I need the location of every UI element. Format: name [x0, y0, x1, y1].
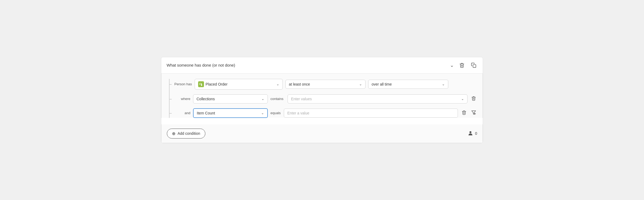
delete-and-row-button[interactable]	[461, 109, 468, 117]
time-select[interactable]: over all time ⌄	[368, 80, 448, 89]
person-icon	[468, 130, 473, 137]
frequency-select[interactable]: at least once ⌄	[285, 80, 366, 89]
action-chevron-icon: ⌄	[276, 82, 279, 86]
user-count-badge: 0	[468, 130, 477, 137]
person-has-label: Person has	[174, 82, 192, 86]
condition-card: What someone has done (or not done) ⌄	[161, 57, 483, 143]
add-condition-icon: ⊕	[172, 131, 175, 136]
frequency-chevron-icon: ⌄	[359, 82, 362, 86]
duplicate-card-button[interactable]	[470, 61, 477, 69]
action-select[interactable]: Placed Order ⌄	[195, 79, 283, 90]
svg-rect-0	[473, 64, 476, 67]
equals-label: equals	[270, 111, 281, 115]
svg-point-3	[470, 131, 472, 133]
header-left: What someone has done (or not done) ⌄	[167, 62, 458, 68]
add-condition-label: Add condition	[178, 131, 200, 136]
and-row: and Item Count ⌄ equals Enter a value	[167, 108, 477, 118]
frequency-select-value: at least once	[289, 82, 310, 86]
collections-value-input[interactable]: Enter values ⌄	[288, 94, 468, 103]
and-label: and	[174, 111, 190, 115]
header-title: What someone has done (or not done)	[167, 63, 450, 67]
footer-row: ⊕ Add condition 0	[161, 124, 483, 143]
shopify-icon	[198, 81, 204, 87]
collections-chevron-icon: ⌄	[261, 97, 264, 101]
time-select-value: over all time	[372, 82, 392, 86]
collections-value-placeholder: Enter values	[291, 97, 312, 101]
body-section: Person has Placed Order ⌄ at least once	[161, 74, 483, 118]
filter-button[interactable]	[470, 109, 477, 117]
item-count-value-input[interactable]: Enter a value	[284, 109, 458, 118]
user-count-value: 0	[475, 131, 477, 136]
header-bar: What someone has done (or not done) ⌄	[161, 57, 483, 74]
where-row: where Collections ⌄ contains Enter value…	[167, 94, 477, 103]
action-select-value: Placed Order	[206, 82, 227, 86]
delete-where-row-button[interactable]	[470, 95, 477, 103]
item-count-value-placeholder: Enter a value	[287, 111, 309, 115]
contains-label: contains	[270, 97, 285, 101]
time-chevron-icon: ⌄	[442, 82, 445, 86]
delete-card-button[interactable]	[458, 61, 466, 69]
item-count-select-value: Item Count	[197, 111, 215, 115]
add-condition-button[interactable]: ⊕ Add condition	[167, 129, 205, 139]
collections-input-chevron-icon: ⌄	[461, 97, 464, 101]
header-chevron-icon[interactable]: ⌄	[450, 62, 454, 68]
collections-select-value: Collections	[197, 97, 215, 101]
where-label: where	[174, 97, 190, 101]
header-actions	[458, 61, 477, 69]
item-count-select[interactable]: Item Count ⌄	[193, 108, 268, 118]
conditions-wrapper: Person has Placed Order ⌄ at least once	[167, 79, 477, 118]
collections-select[interactable]: Collections ⌄	[193, 94, 268, 103]
item-count-chevron-icon: ⌄	[261, 111, 264, 115]
person-has-row: Person has Placed Order ⌄ at least once	[167, 79, 477, 90]
